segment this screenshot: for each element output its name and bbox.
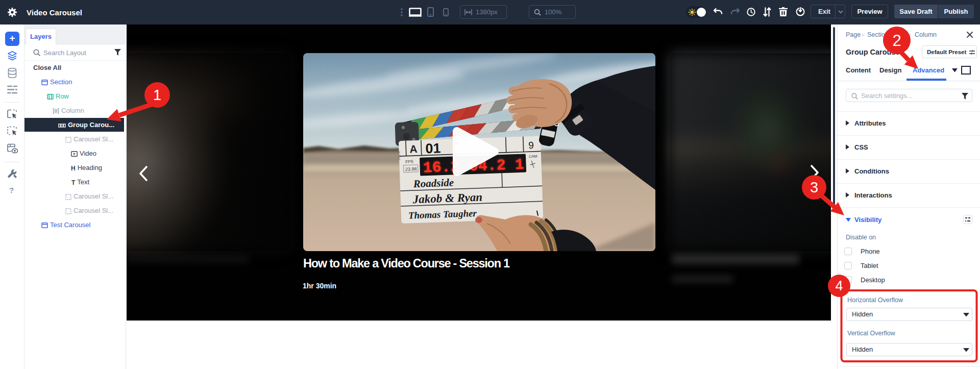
svg-text:23.98: 23.98 (405, 166, 417, 172)
svg-text:A: A (409, 143, 418, 155)
svg-text:Roadside: Roadside (412, 176, 454, 190)
svg-text:01: 01 (425, 140, 441, 156)
svg-text:FPS: FPS (405, 159, 413, 164)
svg-text:CAM: CAM (529, 154, 537, 159)
svg-text:SCENE: SCENE (397, 151, 401, 160)
svg-text:Jakob & Ryan: Jakob & Ryan (412, 190, 482, 206)
svg-text:9: 9 (528, 140, 534, 151)
